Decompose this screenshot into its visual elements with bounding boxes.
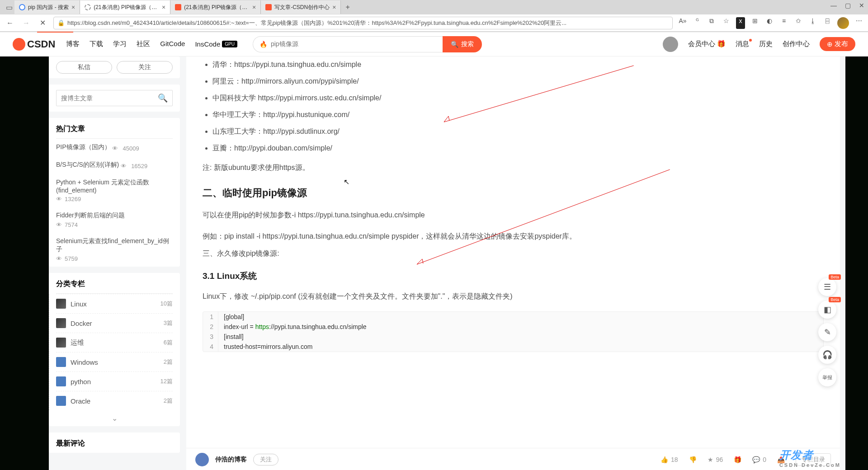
float-toc-button[interactable]: ☰Beta <box>818 278 836 296</box>
browser-tab-3[interactable]: 写文章-CSDN创作中心× <box>261 0 341 14</box>
dislike-button[interactable]: 👎 <box>689 456 697 463</box>
author-avatar[interactable] <box>195 453 209 466</box>
browser-tab-1[interactable]: (21条消息) PIP镜像源（国内）_{...× <box>80 0 170 14</box>
nav-history[interactable]: 历史 <box>759 40 773 48</box>
nav-vip[interactable]: 会员中心 🎁 <box>688 40 726 48</box>
favicon-search-icon <box>19 4 25 10</box>
nav-msg[interactable]: 消息 <box>736 40 749 48</box>
bottom-actions: 👍18 👎 ★96 🎁 💬0 📤 专栏目录 <box>660 453 831 466</box>
bg-right <box>845 56 868 470</box>
fav-count: 96 <box>716 456 723 463</box>
tab-title: pip 国内源 - 搜索 <box>28 4 69 11</box>
hot-article-2[interactable]: Python + Selenium 元素定位函数(find_element) 👁… <box>56 174 173 207</box>
category-运维[interactable]: 运维 6篇 <box>56 333 173 352</box>
close-window-icon[interactable]: ✕ <box>859 2 864 9</box>
collections-icon[interactable]: ⧉ <box>707 17 716 29</box>
close-icon[interactable]: × <box>71 4 75 11</box>
category-name: Windows <box>71 358 98 366</box>
star-icon: ★ <box>708 456 713 463</box>
favorite-button[interactable]: ★96 <box>708 456 723 463</box>
msg-dot-icon <box>749 39 752 42</box>
nav-download[interactable]: 下载 <box>90 40 103 48</box>
csdn-logo[interactable]: CSDN <box>13 38 55 51</box>
beta-badge: Beta <box>829 297 841 302</box>
search-button[interactable]: 🔍搜索 <box>443 36 482 52</box>
nav-inscode[interactable]: InsCodeGPU <box>195 40 237 48</box>
ext1-icon[interactable]: x <box>736 17 745 29</box>
csdn-header: CSDN 博客 下载 学习 社区 GitCode InsCodeGPU 🔥pip… <box>0 32 868 56</box>
hot-article-0[interactable]: PIP镜像源（国内） 👁45009 <box>56 139 173 156</box>
address-bar: ← → ✕ 🔒 https://blog.csdn.net/m0_4624341… <box>0 14 868 32</box>
hot-article-4[interactable]: Selenium元素查找find_element_by_id例子 👁5759 <box>56 233 173 267</box>
ext2-icon[interactable]: ⊞ <box>750 17 760 29</box>
extensions-icon[interactable]: ⌸ <box>823 17 832 29</box>
tab-actions-icon[interactable]: ▭ <box>4 3 14 12</box>
stop-icon[interactable]: ✕ <box>37 19 48 27</box>
browser-tab-2[interactable]: (21条消息) PIP镜像源（国内）_{...× <box>170 0 261 14</box>
category-Windows[interactable]: Windows 2篇 <box>56 352 173 371</box>
like-button[interactable]: 👍18 <box>660 456 678 463</box>
ext4-icon[interactable]: ≡ <box>779 17 788 29</box>
toc-button[interactable]: 专栏目录 <box>796 453 831 466</box>
search-placeholder: pip镜像源 <box>271 40 298 48</box>
profile-avatar[interactable] <box>837 17 849 29</box>
new-tab-button[interactable]: + <box>341 3 354 11</box>
hot-article-3[interactable]: Fidder判断前后端的问题 👁7574 <box>56 207 173 233</box>
downloads-icon[interactable]: ⭳ <box>808 17 817 29</box>
category-Linux[interactable]: Linux 10篇 <box>56 294 173 313</box>
text-size-icon[interactable]: A» <box>678 17 687 29</box>
url-field[interactable]: 🔒 https://blog.csdn.net/m0_46243410/arti… <box>53 17 673 29</box>
float-note-button[interactable]: ✎ <box>818 323 836 341</box>
hot-title: Fidder判断前后端的问题 <box>56 212 125 219</box>
close-icon[interactable]: × <box>252 4 256 11</box>
dm-button[interactable]: 私信 <box>56 61 112 74</box>
follow-button[interactable]: 关注 <box>117 61 173 74</box>
float-service-button[interactable]: 🎧 <box>818 346 836 364</box>
category-icon <box>56 318 66 328</box>
category-name: Oracle <box>71 397 90 405</box>
favorites-bar-icon[interactable]: ✩ <box>794 17 803 29</box>
expand-button[interactable]: ⌄ <box>56 410 173 426</box>
category-icon <box>56 357 66 367</box>
share-button[interactable]: 📤 <box>777 456 785 463</box>
read-aloud-icon[interactable]: ᴳ <box>693 17 702 29</box>
eye-icon: 👁 <box>112 145 118 152</box>
search-input[interactable]: 🔥pip镜像源 <box>253 36 443 52</box>
category-python[interactable]: python 12篇 <box>56 371 173 391</box>
nav-gitcode[interactable]: GitCode <box>160 40 185 48</box>
favorite-icon[interactable]: ☆ <box>722 17 731 29</box>
code-text: [global] <box>218 312 250 322</box>
float-sidebar-button[interactable]: ◧Beta <box>818 301 836 319</box>
nav-learn[interactable]: 学习 <box>113 40 127 48</box>
section-2-heading: 二、临时使用pip镜像源 <box>203 178 824 204</box>
close-icon[interactable]: × <box>162 4 165 11</box>
minimize-icon[interactable]: — <box>830 2 837 9</box>
maximize-icon[interactable]: ▢ <box>845 2 851 9</box>
addr-toolbar: A» ᴳ ⧉ ☆ x ⊞ ◐ ≡ ✩ ⭳ ⌸ ⋯ <box>678 17 863 29</box>
author-name[interactable]: 仲浩的博客 <box>215 456 247 464</box>
view-count: 13269 <box>65 196 81 202</box>
back-icon[interactable]: ← <box>5 19 15 27</box>
side-search-input[interactable] <box>61 94 158 102</box>
nav-create[interactable]: 创作中心 <box>783 40 810 48</box>
follow-button[interactable]: 关注 <box>253 454 278 465</box>
ext3-icon[interactable]: ◐ <box>765 17 774 29</box>
category-Oracle[interactable]: Oracle 2篇 <box>56 391 173 410</box>
hot-article-1[interactable]: B/S与C/S的区别(详解) 👁16529 <box>56 156 173 174</box>
comment-button[interactable]: 💬0 <box>752 456 766 463</box>
user-avatar[interactable] <box>663 37 678 52</box>
search-icon[interactable]: 🔍 <box>158 93 168 103</box>
reward-button[interactable]: 🎁 <box>734 456 741 463</box>
hot-title: PIP镜像源（国内） <box>56 143 111 150</box>
inscode-text: InsCode <box>195 40 220 48</box>
gpu-badge: GPU <box>222 41 237 47</box>
gift-icon: 🎁 <box>717 40 726 47</box>
float-report-button[interactable]: 举报 <box>818 368 836 386</box>
browser-tab-0[interactable]: pip 国内源 - 搜索× <box>14 0 80 14</box>
nav-blog[interactable]: 博客 <box>66 40 80 48</box>
publish-button[interactable]: ⊕发布 <box>820 37 855 51</box>
close-icon[interactable]: × <box>332 4 336 11</box>
nav-community[interactable]: 社区 <box>137 40 150 48</box>
category-Docker[interactable]: Docker 3篇 <box>56 313 173 333</box>
menu-icon[interactable]: ⋯ <box>854 17 863 29</box>
